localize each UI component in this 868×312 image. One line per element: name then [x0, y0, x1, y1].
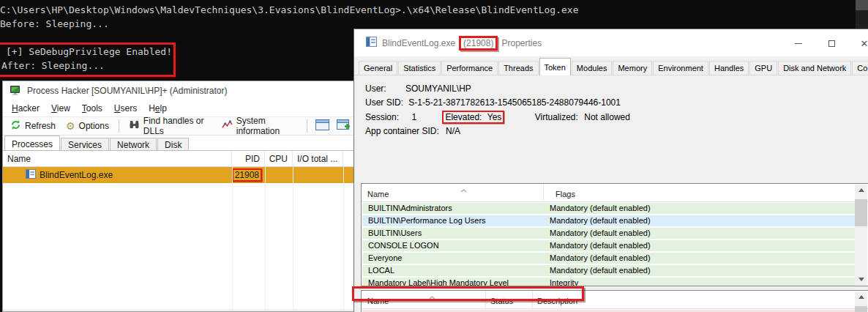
window-icon: [315, 119, 329, 133]
tab-disk[interactable]: Disk: [157, 138, 189, 150]
column-header-pid[interactable]: PID: [232, 151, 265, 166]
status-bar: [3, 309, 353, 311]
refresh-button[interactable]: Refresh: [6, 117, 60, 135]
tab-statistics[interactable]: Statistics: [398, 61, 441, 75]
privileges-scrollbar[interactable]: [855, 291, 867, 312]
scroll-up-icon[interactable]: [855, 185, 867, 196]
process-hacker-titlebar[interactable]: Process Hacker [SOUMYANIL\HP]+ (Administ…: [3, 81, 353, 100]
properties-dialog-titlebar[interactable]: BlindEventLog.exe (21908) Properties ✕: [354, 29, 868, 56]
groups-column-flags[interactable]: Flags: [555, 190, 575, 198]
pid-annotation-box: 21908: [232, 168, 262, 182]
elevated-annotation-box: Elevated: Yes: [442, 111, 504, 124]
app-container-value: N/A: [446, 126, 460, 136]
process-hacker-toolbar: Refresh ⚙ Options Find handles or DLLs S…: [3, 116, 353, 135]
groups-rows: BUILTIN\AdministratorsMandatory (default…: [362, 203, 855, 286]
screenshot-stage: C:\Users\HP\Desktop\Windows\MaldevTechni…: [0, 0, 868, 312]
menu-view[interactable]: View: [45, 101, 76, 116]
groups-column-name[interactable]: Name: [367, 190, 389, 198]
properties-tab-strip: General Statistics Performance Threads T…: [359, 58, 868, 75]
process-row-blindeventlog[interactable]: BlindEventLog.exe 21908: [3, 167, 353, 183]
column-divider: [265, 167, 266, 309]
menu-hacker[interactable]: Hacker: [6, 101, 45, 116]
privileges-scrollbar-thumb[interactable]: [855, 306, 867, 312]
process-hacker-logo-icon: [10, 84, 21, 98]
user-row: User: SOUMYANIL\HP: [365, 83, 471, 94]
sort-ascending-icon: [460, 185, 467, 194]
find-handles-button[interactable]: Find handles or DLLs: [124, 114, 216, 138]
system-information-button[interactable]: System information: [217, 114, 302, 138]
tab-memory[interactable]: Memory: [613, 61, 652, 75]
tab-modules[interactable]: Modules: [572, 61, 613, 75]
tab-threads[interactable]: Threads: [498, 61, 538, 75]
group-row[interactable]: LOCALMandatory (default enabled): [362, 265, 855, 276]
tab-services[interactable]: Services: [61, 138, 109, 150]
group-row[interactable]: BUILTIN\Performance Log UsersMandatory (…: [362, 215, 855, 226]
maximize-icon: [828, 40, 835, 47]
tab-environment[interactable]: Environment: [653, 61, 708, 75]
tab-processes[interactable]: Processes: [4, 135, 60, 150]
refresh-icon: [10, 119, 21, 133]
maximize-button[interactable]: [820, 34, 842, 52]
tab-handles[interactable]: Handles: [709, 61, 749, 75]
terminal-prompt-line: C:\Users\HP\Desktop\Windows\MaldevTechni…: [0, 3, 868, 17]
session-value: 1: [411, 112, 416, 122]
group-row[interactable]: EveryoneMandatory (default enabled): [362, 253, 855, 264]
title-pid-annotation-box: (21908): [459, 36, 498, 51]
window-plus-icon: [337, 119, 351, 133]
privileges-column-description[interactable]: Description: [537, 297, 577, 305]
groups-list-header: Name Flags: [362, 184, 868, 202]
gear-icon: ⚙: [66, 121, 75, 131]
window-button[interactable]: [313, 117, 332, 135]
user-sid-value: S-1-5-21-3871782613-1545065185-248807944…: [408, 97, 621, 108]
session-row: Session: 1 Elevated: Yes Virtualized: No…: [365, 112, 630, 122]
group-row[interactable]: Mandatory Label\High Mandatory LevelInte…: [362, 278, 855, 286]
terminal-scrollbar-thumb[interactable]: [856, 0, 868, 10]
menu-tools[interactable]: Tools: [76, 101, 108, 116]
process-name: BlindEventLog.exe: [40, 170, 113, 180]
close-button[interactable]: ✕: [853, 34, 868, 52]
sort-ascending-icon: [429, 292, 435, 301]
properties-dialog: BlindEventLog.exe (21908) Properties ✕ G…: [353, 29, 868, 312]
tab-performance[interactable]: Performance: [441, 61, 498, 75]
groups-scrollbar-thumb[interactable]: [855, 199, 867, 226]
new-window-button[interactable]: [334, 117, 353, 135]
column-header-cpu[interactable]: CPU: [265, 151, 293, 166]
user-sid-row: User SID: S-1-5-21-3871782613-1545065185…: [365, 97, 621, 108]
column-divider: [485, 291, 486, 308]
privileges-column-status[interactable]: Status: [490, 297, 513, 305]
privileges-list: Name Status Description SeCreatePagefile…: [361, 290, 868, 312]
group-row[interactable]: BUILTIN\UsersMandatory (default enabled): [362, 228, 855, 239]
scroll-up-icon[interactable]: [855, 291, 867, 302]
group-row[interactable]: CONSOLE LOGONMandatory (default enabled): [362, 240, 855, 251]
tab-network[interactable]: Network: [110, 138, 157, 150]
user-value: SOUMYANIL\HP: [405, 83, 471, 94]
chart-icon: [222, 119, 233, 133]
column-divider: [343, 167, 344, 309]
column-header-io-total[interactable]: I/O total ...: [293, 151, 343, 166]
options-button[interactable]: ⚙ Options: [61, 119, 113, 133]
tab-token[interactable]: Token: [539, 58, 571, 75]
column-header-name[interactable]: Name: [3, 151, 232, 166]
tab-general[interactable]: General: [359, 61, 397, 75]
minimize-button[interactable]: [787, 34, 809, 52]
scroll-down-icon[interactable]: [855, 274, 867, 285]
app-window-icon: [26, 169, 36, 181]
column-divider: [543, 184, 544, 201]
privileges-column-name[interactable]: Name: [367, 297, 389, 305]
dialog-title: BlindEventLog.exe (21908) Properties: [382, 38, 542, 48]
process-list-header: Name PID CPU I/O total ...: [3, 151, 353, 167]
tab-gpu[interactable]: GPU: [749, 61, 777, 75]
tab-comment[interactable]: Comment: [852, 61, 868, 75]
groups-list: Name Flags BUILTIN\AdministratorsMandato…: [361, 183, 868, 286]
column-divider: [293, 167, 293, 309]
process-list: Name PID CPU I/O total ... BlindEventLog…: [3, 150, 353, 309]
group-row[interactable]: BUILTIN\AdministratorsMandatory (default…: [362, 203, 855, 214]
app-container-row: App container SID: N/A: [365, 126, 460, 136]
groups-scrollbar[interactable]: [855, 185, 867, 285]
toolbar-separator: [119, 119, 119, 133]
process-pid: 21908: [235, 170, 259, 180]
virtualized-value: Not allowed: [584, 112, 630, 122]
tab-disk-and-network[interactable]: Disk and Network: [778, 61, 851, 75]
process-hacker-title: Process Hacker [SOUMYANIL\HP]+ (Administ…: [27, 86, 228, 96]
minimize-icon: [795, 43, 802, 44]
